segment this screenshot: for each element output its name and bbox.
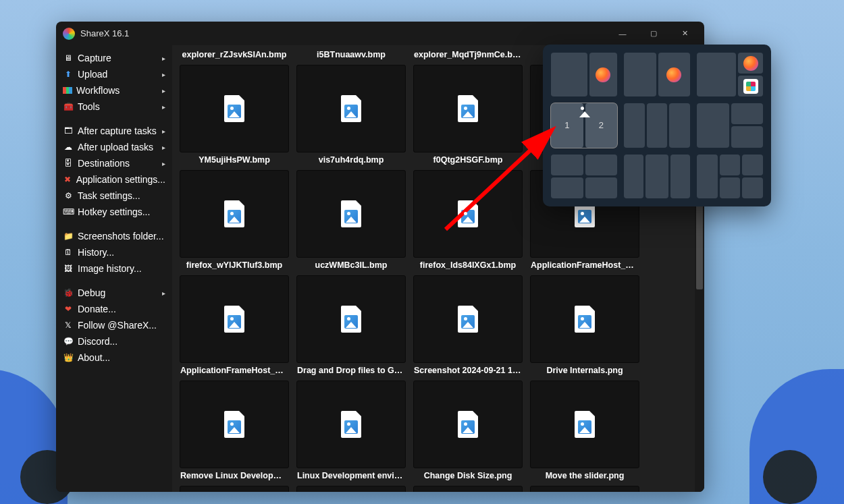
window-close-button[interactable]: ✕ — [669, 22, 700, 45]
file-item[interactable]: firefox_Ids84IXGx1.bmp — [411, 259, 525, 364]
sidebar-item-screenshots-folder[interactable]: 📁Screenshots folder... — [56, 228, 172, 244]
desktop-wallpaper-right — [749, 369, 844, 504]
file-name: YM5ujiHsPW.bmp — [180, 154, 288, 167]
sidebar-item-destinations[interactable]: 🗄Destinations▸ — [56, 155, 172, 171]
file-name: ApplicationFrameHost_Kd... — [180, 364, 288, 378]
file-item[interactable]: ApplicationFrameHost_Gc... — [528, 259, 641, 364]
file-name: f0Qtg2HSGF.bmp — [414, 154, 522, 167]
file-thumbnail — [180, 275, 289, 363]
sidebar-item-hotkey-settings[interactable]: ⌨Hotkey settings... — [56, 204, 172, 220]
sidebar-item-label: History... — [78, 247, 114, 258]
snap-layout-option[interactable] — [624, 155, 690, 198]
sidebar-item-task-settings[interactable]: ⚙Task settings... — [56, 188, 172, 204]
file-thumbnail — [413, 170, 523, 258]
sidebar: 🖥Capture▸⬆Upload▸Workflows▸🧰Tools▸🗔After… — [56, 45, 172, 492]
file-item[interactable]: explorer_rZJsvkSIAn.bmp — [178, 49, 291, 154]
snap-layout-option[interactable] — [697, 53, 763, 96]
file-item[interactable]: YM5ujiHsPW.bmp — [178, 154, 291, 259]
sidebar-item-history[interactable]: 🗓History... — [56, 244, 172, 260]
file-item[interactable]: firefox_wYlJKTIuf3.bmp — [178, 259, 291, 364]
file-item[interactable]: i5BTnuaawv.bmp — [294, 49, 408, 154]
snap-layout-option-highlighted[interactable]: 1 2 — [551, 103, 617, 147]
snap-zone-1[interactable]: 1 — [551, 103, 583, 147]
file-thumbnail — [530, 381, 639, 468]
sidebar-item-icon: ✖ — [63, 174, 72, 185]
file-thumbnail — [296, 486, 406, 492]
image-file-icon — [341, 411, 361, 438]
file-thumbnail — [413, 486, 523, 492]
image-file-icon — [341, 306, 361, 333]
sidebar-item-discord[interactable]: 💬Discord... — [56, 333, 172, 349]
file-thumbnail — [530, 275, 639, 363]
file-name: Drag and Drop files to Goo... — [297, 364, 405, 378]
file-item[interactable]: ApplicationFrameHost_Kd... — [178, 364, 291, 470]
snap-layout-option[interactable] — [551, 53, 617, 96]
submenu-arrow-icon: ▸ — [162, 103, 165, 111]
snap-zone-2[interactable]: 2 — [585, 103, 618, 147]
sidebar-item-label: After upload tasks — [78, 142, 153, 152]
sidebar-item-application-settings[interactable]: ✖Application settings... — [56, 171, 172, 188]
file-item[interactable]: f0Qtg2HSGF.bmp — [411, 154, 525, 259]
file-item[interactable]: Linux Development enviro... — [294, 470, 408, 492]
submenu-arrow-icon: ▸ — [162, 289, 165, 297]
file-item[interactable]: Remove Linux Developme... — [178, 470, 291, 492]
sidebar-item-label: Task settings... — [78, 190, 140, 201]
file-item[interactable]: uczWMBc3IL.bmp — [294, 259, 408, 364]
sidebar-item-label: Image history... — [78, 263, 142, 274]
sidebar-item-about[interactable]: 👑About... — [56, 349, 172, 366]
sidebar-item-workflows[interactable]: Workflows▸ — [56, 82, 172, 99]
file-item[interactable]: explorer_MqdTj9nmCe.bmp — [411, 49, 525, 154]
sidebar-item-label: About... — [78, 352, 110, 363]
sidebar-item-follow-sharex[interactable]: 𝕏Follow @ShareX... — [56, 317, 172, 333]
file-item[interactable]: Change Disk Size.png — [411, 470, 525, 492]
file-thumbnail — [296, 170, 406, 258]
file-name: Drive Internals.png — [531, 364, 639, 378]
file-name: uczWMBc3IL.bmp — [297, 259, 405, 273]
sidebar-item-icon: ☁ — [63, 142, 74, 152]
sidebar-item-icon: 📁 — [63, 231, 74, 242]
sidebar-item-image-history[interactable]: 🖼Image history... — [56, 260, 172, 277]
snap-layout-option[interactable] — [624, 53, 690, 96]
sidebar-item-donate[interactable]: ❤Donate... — [56, 301, 172, 317]
snap-layouts-popup: 1 2 — [543, 45, 771, 206]
submenu-arrow-icon: ▸ — [162, 55, 165, 62]
sidebar-item-debug[interactable]: 🐞Debug▸ — [56, 285, 172, 301]
file-item[interactable]: vis7uh4rdq.bmp — [294, 154, 408, 259]
sidebar-item-capture[interactable]: 🖥Capture▸ — [56, 50, 172, 66]
snap-layout-option[interactable] — [551, 155, 617, 198]
sidebar-item-icon: 👑 — [63, 352, 74, 363]
snap-layout-option[interactable] — [697, 155, 763, 198]
sidebar-item-icon: 🗔 — [63, 125, 74, 136]
file-item[interactable]: Drag and Drop files to Goo... — [294, 364, 408, 470]
file-name: ApplicationFrameHost_Gc... — [531, 259, 639, 273]
sidebar-item-label: Donate... — [78, 304, 116, 314]
file-item[interactable]: Drive Internals.png — [528, 364, 641, 470]
file-item[interactable]: Move the slider.png — [528, 470, 641, 492]
sidebar-item-label: Hotkey settings... — [78, 206, 150, 217]
sidebar-item-icon: ⚙ — [63, 190, 74, 201]
sidebar-item-after-capture-tasks[interactable]: 🗔After capture tasks▸ — [56, 123, 172, 139]
file-thumbnail — [296, 65, 406, 152]
window-maximize-button[interactable]: ▢ — [638, 22, 669, 45]
file-thumbnail — [296, 381, 406, 468]
snap-layout-option[interactable] — [624, 103, 690, 147]
sidebar-item-label: Discord... — [78, 336, 117, 347]
image-file-icon — [224, 95, 244, 122]
image-file-icon — [224, 306, 244, 333]
file-name: i5BTnuaawv.bmp — [297, 49, 405, 62]
sidebar-item-icon: 🗓 — [63, 247, 74, 258]
firefox-icon — [596, 67, 610, 82]
titlebar[interactable]: ShareX 16.1 — ▢ ✕ — [56, 22, 704, 45]
window-minimize-button[interactable]: — — [607, 22, 638, 45]
sidebar-item-after-upload-tasks[interactable]: ☁After upload tasks▸ — [56, 139, 172, 155]
firefox-icon — [666, 67, 681, 82]
sidebar-item-label: After capture tasks — [78, 125, 157, 136]
snap-layout-option[interactable] — [697, 103, 763, 147]
sidebar-item-label: Workflows — [76, 85, 120, 96]
file-item[interactable]: Screenshot 2024-09-21 12... — [411, 364, 525, 470]
file-thumbnail — [413, 381, 523, 468]
sidebar-item-upload[interactable]: ⬆Upload▸ — [56, 66, 172, 82]
sidebar-item-label: Capture — [78, 53, 111, 63]
file-thumbnail — [180, 170, 289, 258]
sidebar-item-tools[interactable]: 🧰Tools▸ — [56, 99, 172, 115]
